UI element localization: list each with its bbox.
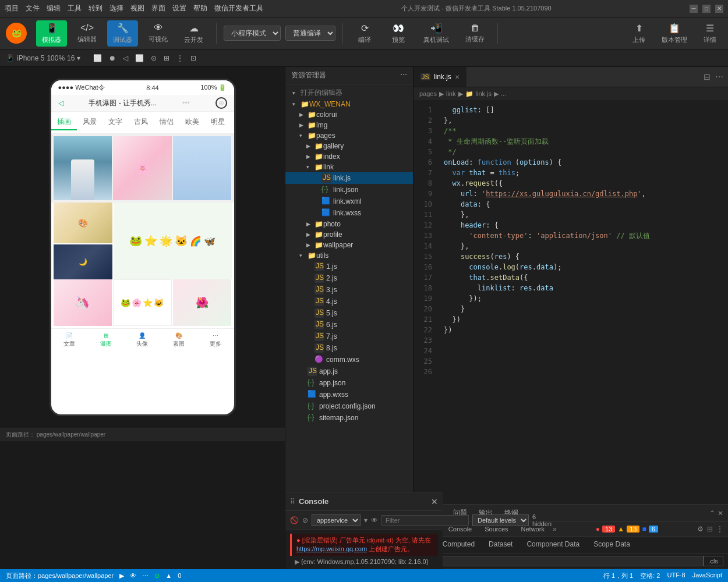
menu-tools[interactable]: 工具: [68, 3, 82, 13]
styles-tab-scope-data[interactable]: Scope Data: [586, 537, 637, 553]
sim-image-3[interactable]: [173, 136, 232, 200]
tree-item-link-js[interactable]: JS link.js: [285, 172, 413, 184]
menu-nav-icon[interactable]: ⊕: [215, 97, 227, 109]
sim-image-9[interactable]: 🌺: [173, 279, 232, 326]
chevron-down-icon2[interactable]: ▾: [364, 516, 367, 524]
compile-button[interactable]: ⟳ 编译: [350, 20, 379, 47]
sim-bottom-nav[interactable]: 📄 文章 ⊞ 瀑图 👤 头像 🎨 素图 ⋯ 更多: [51, 328, 234, 352]
sim-nav-texture[interactable]: 🎨 素图: [173, 332, 185, 348]
error-link[interactable]: https://mp.weixin.qq.com: [296, 545, 367, 552]
console-level-select[interactable]: Default levels: [472, 514, 529, 526]
tree-item-link-wxss[interactable]: 🟦 link.wxss: [285, 207, 413, 219]
styles-filter-input[interactable]: [414, 556, 704, 566]
tree-item-project-config[interactable]: {·} project.config.json: [285, 400, 413, 412]
tree-item-5js[interactable]: JS 5.js: [285, 307, 413, 319]
tree-section-opened[interactable]: ▾ 打开的编辑器: [285, 87, 413, 99]
menu-file[interactable]: 文件: [26, 3, 40, 13]
tree-item-4js[interactable]: JS 4.js: [285, 296, 413, 307]
sim-image-6[interactable]: 🐸 ⭐ 🌟 🐱 🌈 🦋: [114, 203, 232, 279]
tree-item-app-wxss[interactable]: 🟦 app.wxss: [285, 389, 413, 400]
sim-image-7[interactable]: 🦄: [54, 279, 112, 326]
clearcache-button[interactable]: 🗑 清缓存: [460, 20, 490, 46]
tree-item-app-js[interactable]: JS app.js: [285, 365, 413, 377]
tree-item-profile[interactable]: ▶ 📁 profile: [285, 229, 413, 240]
sim-nav-article[interactable]: 📄 文章: [63, 332, 75, 348]
sim-image-8[interactable]: 🐸 🌸 ⭐ 🐱: [113, 279, 172, 326]
tree-item-gallery[interactable]: ▶ 📁 gallery: [285, 141, 413, 151]
tree-item-link-json[interactable]: {·} link.json: [285, 184, 413, 196]
tree-item-colorui[interactable]: ▶ 📁 colorui: [285, 109, 413, 120]
sim-image-4[interactable]: 🎨: [54, 203, 112, 243]
debug-close-icon[interactable]: ✕: [718, 509, 723, 517]
menu-help[interactable]: 帮助: [193, 3, 207, 13]
styles-tab-component-data[interactable]: Component Data: [520, 537, 586, 553]
cls-button[interactable]: .cls: [704, 556, 724, 566]
debug-collapse-icon[interactable]: ⌃: [709, 509, 715, 517]
window-controls[interactable]: ─ □ ✕: [690, 5, 723, 13]
breadcrumb-file[interactable]: link.js: [476, 90, 492, 97]
minimize-button[interactable]: ─: [690, 5, 698, 13]
more-tabs-icon[interactable]: ⋯: [715, 72, 723, 81]
tree-item-utils[interactable]: ▾ 📁 utils: [285, 250, 413, 261]
sim-image-1[interactable]: [54, 136, 112, 200]
tree-item-comm-wxs[interactable]: 🟣 comm.wxs: [285, 354, 413, 365]
sim-tab-scene[interactable]: 风景: [77, 115, 103, 130]
record-icon[interactable]: ⏺: [109, 54, 116, 62]
debug-toolbar-console[interactable]: Console: [444, 524, 476, 534]
sim-tab-star[interactable]: 明星: [205, 115, 231, 130]
sim-nav-more[interactable]: ⋯ 更多: [210, 332, 221, 348]
tree-item-pages[interactable]: ▾ 📁 pages: [285, 130, 413, 141]
sim-nav-avatar[interactable]: 👤 头像: [136, 332, 148, 348]
sim-image-5[interactable]: 🌙: [54, 244, 112, 279]
console-arrow[interactable]: ▶: [295, 558, 299, 565]
tree-item-app-json[interactable]: {·} app.json: [285, 377, 413, 389]
wifi-icon[interactable]: ⊙: [151, 54, 157, 62]
eye-icon[interactable]: ⊡: [190, 54, 196, 62]
menu-goto[interactable]: 转到: [89, 3, 103, 13]
back-icon[interactable]: ◁: [123, 54, 128, 62]
cloud-button[interactable]: ☁ 云开发: [178, 20, 209, 47]
sim-tab-western[interactable]: 欧美: [179, 115, 205, 130]
breadcrumb-more[interactable]: ...: [501, 90, 506, 97]
sim-tab-classic[interactable]: 古风: [128, 115, 154, 130]
breadcrumb-pages[interactable]: pages: [419, 90, 437, 97]
menu-edit[interactable]: 编辑: [47, 3, 61, 13]
tree-root[interactable]: ▾ 📁 WX_WENAN: [285, 99, 413, 109]
editor-button[interactable]: </> 编辑器: [72, 20, 103, 46]
visual-button[interactable]: 👁 可视化: [143, 20, 174, 46]
breadcrumb-link[interactable]: link: [446, 90, 456, 97]
sim-tab-sketch[interactable]: 插画: [51, 115, 77, 130]
sim-tab-couple[interactable]: 情侣: [154, 115, 179, 130]
back-nav-icon[interactable]: ◁: [58, 99, 63, 107]
detail-button[interactable]: ☰ 详情: [698, 20, 722, 47]
styles-tab-dataset[interactable]: Dataset: [482, 537, 520, 553]
device-item[interactable]: 📱 iPhone 5 100% 16 ▾: [6, 54, 80, 62]
preview-button[interactable]: 👀 预览: [384, 20, 413, 47]
menu-select[interactable]: 选择: [109, 3, 123, 13]
tree-item-photo[interactable]: ▶ 📁 photo: [285, 219, 413, 229]
mode-select[interactable]: 小程序模式: [224, 26, 281, 41]
tree-item-8js[interactable]: JS 8.js: [285, 342, 413, 354]
console-eye-icon[interactable]: 👁: [371, 516, 378, 524]
console-context-select[interactable]: appservice: [312, 514, 361, 526]
tree-item-2js[interactable]: JS 2.js: [285, 272, 413, 284]
tree-item-1js[interactable]: JS 1.js: [285, 261, 413, 272]
more-icon[interactable]: ⋯: [400, 70, 407, 80]
tree-item-link[interactable]: ▾ 📁 link: [285, 162, 413, 172]
menu-project[interactable]: 项目: [5, 3, 19, 13]
sim-tab-text[interactable]: 文字: [103, 115, 128, 130]
simulator-button[interactable]: 📱 模拟器: [36, 20, 67, 47]
tree-item-sitemap[interactable]: {·} sitemap.json: [285, 412, 413, 424]
tree-item-7js[interactable]: JS 7.js: [285, 331, 413, 342]
sim-image-2[interactable]: 🌸: [113, 136, 172, 200]
home-icon[interactable]: ⬜: [135, 54, 144, 62]
console-filter-icon[interactable]: ⊘: [302, 516, 308, 524]
screenshot-icon[interactable]: ⊞: [164, 54, 169, 62]
device-icon2[interactable]: ⬜: [93, 54, 102, 62]
close-tab-button[interactable]: ✕: [455, 74, 460, 80]
console-clear-icon[interactable]: 🚫: [290, 516, 299, 524]
tree-item-index[interactable]: ▶ 📁 index: [285, 151, 413, 162]
code-tab-link-js[interactable]: JS link.js ✕: [414, 67, 467, 87]
sim-nav-waterfall[interactable]: ⊞ 瀑图: [100, 332, 112, 348]
console-filter-input[interactable]: [381, 515, 469, 526]
